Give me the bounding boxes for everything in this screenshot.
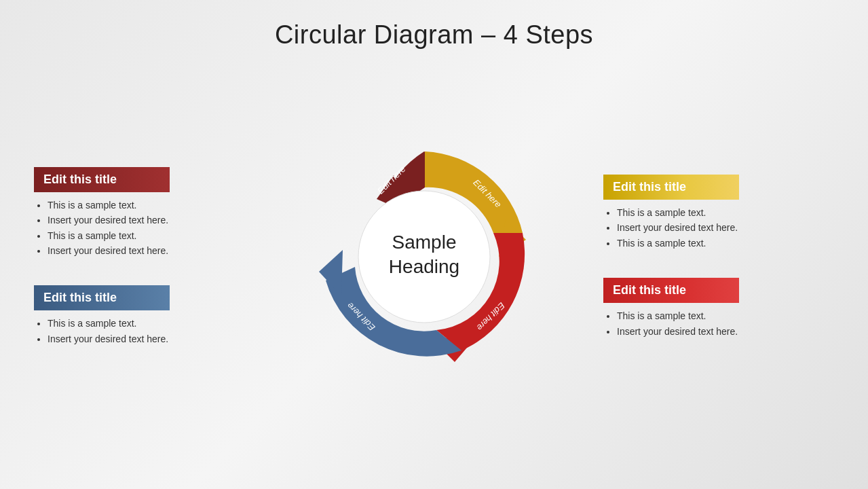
list-item: This is a sample text. bbox=[48, 228, 244, 243]
list-item: This is a sample text. bbox=[617, 236, 834, 251]
list-item: Insert your desired text here. bbox=[48, 213, 244, 228]
list-item: This is a sample text. bbox=[617, 308, 834, 323]
list-item: This is a sample text. bbox=[48, 316, 244, 331]
list-item: Insert your desired text here. bbox=[48, 331, 244, 346]
bottom-left-panel: Edit this title This is a sample text. I… bbox=[34, 285, 244, 346]
center-heading-line1: Sample bbox=[392, 232, 456, 253]
list-item: Insert your desired text here. bbox=[617, 324, 834, 339]
left-panels: Edit this title This is a sample text. I… bbox=[34, 167, 244, 346]
top-right-title[interactable]: Edit this title bbox=[603, 175, 739, 200]
bottom-right-panel: Edit this title This is a sample text. I… bbox=[603, 278, 834, 339]
right-panels: Edit this title This is a sample text. I… bbox=[603, 175, 834, 339]
top-right-panel: Edit this title This is a sample text. I… bbox=[603, 175, 834, 251]
content-area: Edit this title This is a sample text. I… bbox=[34, 63, 834, 450]
center-heading-line2: Heading bbox=[388, 256, 459, 277]
bottom-left-items: This is a sample text. Insert your desir… bbox=[34, 316, 244, 346]
list-item: This is a sample text. bbox=[48, 198, 244, 213]
list-item: Insert your desired text here. bbox=[617, 220, 834, 235]
list-item: This is a sample text. bbox=[617, 205, 834, 220]
top-left-panel: Edit this title This is a sample text. I… bbox=[34, 167, 244, 259]
bottom-left-title[interactable]: Edit this title bbox=[34, 285, 170, 310]
circle-diagram: Sample Heading Edit here Edit here Edit … bbox=[244, 114, 603, 399]
bottom-right-title[interactable]: Edit this title bbox=[603, 278, 739, 303]
list-item: Insert your desired text here. bbox=[48, 243, 244, 258]
main-title: Circular Diagram – 4 Steps bbox=[34, 20, 834, 50]
top-right-items: This is a sample text. Insert your desir… bbox=[603, 205, 834, 251]
top-left-title[interactable]: Edit this title bbox=[34, 167, 170, 192]
top-left-items: This is a sample text. Insert your desir… bbox=[34, 198, 244, 259]
bottom-right-items: This is a sample text. Insert your desir… bbox=[603, 308, 834, 339]
slide: Circular Diagram – 4 Steps Edit this tit… bbox=[0, 0, 868, 489]
diagram-svg: Sample Heading Edit here Edit here Edit … bbox=[288, 114, 560, 399]
